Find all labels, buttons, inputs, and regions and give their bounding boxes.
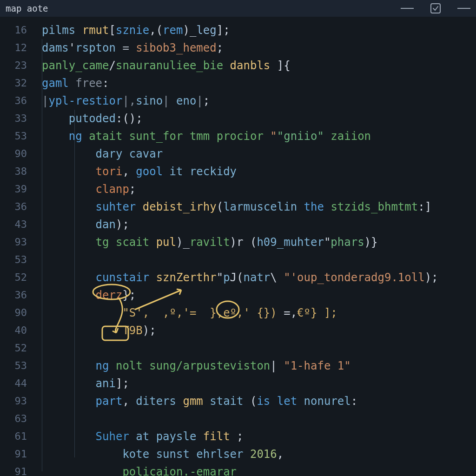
line-number: 36: [0, 92, 33, 110]
line-number: 52: [0, 269, 33, 286]
line-number: 38: [0, 163, 33, 180]
code-line[interactable]: kote sunst ehrlser 2016,: [33, 445, 476, 463]
tab-title[interactable]: map aote: [6, 3, 48, 13]
minimize-icon[interactable]: [401, 8, 414, 9]
code-line[interactable]: part, diters gmm stait (is let nonurel:: [33, 392, 476, 410]
line-number: 93: [0, 233, 33, 251]
line-number: 32: [0, 74, 33, 92]
code-line[interactable]: panly_came/snauranuliee_bie danbls ]{: [33, 57, 476, 74]
code-line[interactable]: "S', ,º,'= },eº,' {}) =,€º} ];: [33, 304, 476, 322]
window-controls: [401, 3, 470, 13]
gutter: 1612233236335390383936439353523690405253…: [0, 17, 33, 476]
code-area[interactable]: pilms rmut[sznie,(rem)_leg];dams'rspton …: [33, 17, 476, 476]
line-number: 53: [0, 251, 33, 269]
line-number: 12: [0, 39, 33, 57]
line-number: 63: [0, 410, 33, 428]
code-line[interactable]: ng nolt sung/arpusteviston| "1-hafe 1": [33, 357, 476, 375]
code-line[interactable]: [33, 251, 476, 269]
code-line[interactable]: tori, gool it reckidy: [33, 163, 476, 180]
line-number: 36: [0, 198, 33, 216]
code-line[interactable]: pilms rmut[sznie,(rem)_leg];: [33, 21, 476, 39]
code-editor[interactable]: 1612233236335390383936439353523690405253…: [0, 17, 476, 476]
code-line[interactable]: putoded:();: [33, 110, 476, 127]
line-number: 52: [0, 339, 33, 357]
code-line[interactable]: cunstair sznZerthr"pJ(natr\ "'oup_tonder…: [33, 269, 476, 286]
titlebar: map aote: [0, 0, 476, 17]
code-line[interactable]: policaion.-emarar: [33, 463, 476, 476]
code-line[interactable]: Suher at paysle filt ;: [33, 428, 476, 445]
code-line[interactable]: tg scait pul)_ravilt)r (h09_muhter"phars…: [33, 233, 476, 251]
line-number: 90: [0, 304, 33, 322]
line-number: 36: [0, 286, 33, 304]
code-line[interactable]: gaml free:: [33, 74, 476, 92]
line-number: 61: [0, 428, 33, 445]
line-number: 39: [0, 180, 33, 198]
code-line[interactable]: [33, 339, 476, 357]
dash-icon[interactable]: [457, 8, 470, 9]
code-line[interactable]: dan);: [33, 216, 476, 233]
line-number: 90: [0, 145, 33, 163]
line-number: 93: [0, 392, 33, 410]
line-number: 40: [0, 322, 33, 339]
line-number: 53: [0, 127, 33, 145]
code-line[interactable]: ani];: [33, 375, 476, 392]
line-number: 33: [0, 110, 33, 127]
line-number: 91: [0, 463, 33, 476]
code-line[interactable]: |ypl-restior|,sino| eno|;: [33, 92, 476, 110]
code-line[interactable]: dary cavar: [33, 145, 476, 163]
code-line[interactable]: ng atait sunt_for tmm procior ""gniio" z…: [33, 127, 476, 145]
line-number: 23: [0, 57, 33, 74]
code-line[interactable]: dams'rspton = sibob3_hemed;: [33, 39, 476, 57]
line-number: 44: [0, 375, 33, 392]
code-line[interactable]: [33, 410, 476, 428]
code-line[interactable]: suhter debist_irhy(larmuscelin the stzid…: [33, 198, 476, 216]
code-line[interactable]: T9B);: [33, 322, 476, 339]
line-number: 53: [0, 357, 33, 375]
line-number: 16: [0, 21, 33, 39]
line-number: 43: [0, 216, 33, 233]
line-number: 91: [0, 445, 33, 463]
code-line[interactable]: clanp;: [33, 180, 476, 198]
code-line[interactable]: derz};: [33, 286, 476, 304]
checkbox-icon[interactable]: [430, 3, 441, 13]
